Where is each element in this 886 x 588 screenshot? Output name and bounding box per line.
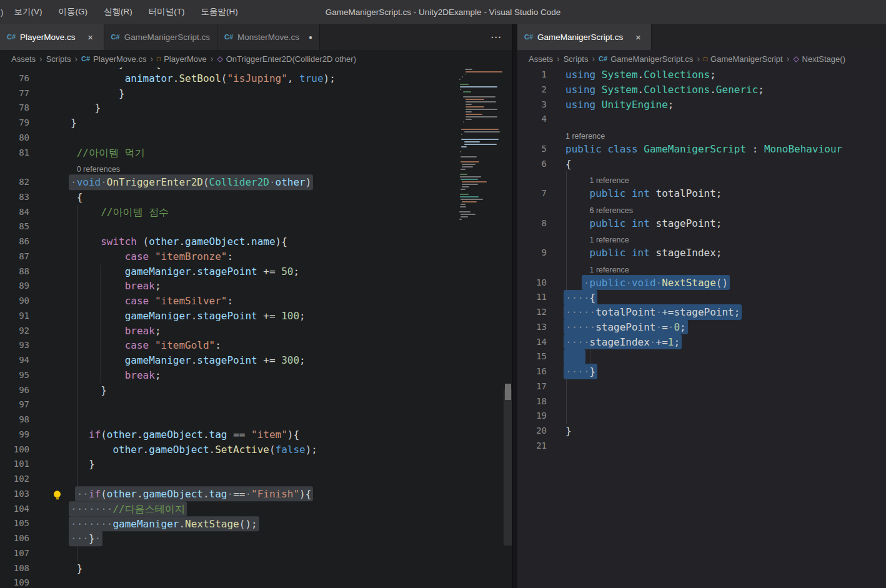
- code-line-95[interactable]: 95 break;: [0, 368, 459, 383]
- code-token[interactable]: +=: [257, 266, 282, 277]
- code-token[interactable]: ·: [625, 277, 632, 289]
- code-token[interactable]: "Finish": [251, 488, 299, 500]
- code-line-8[interactable]: 8 public int stagePoint;: [517, 216, 886, 231]
- code-token[interactable]: [565, 187, 590, 199]
- code-line-89[interactable]: 89 break;: [0, 279, 459, 294]
- code-line-102[interactable]: 102: [0, 472, 459, 487]
- line-number[interactable]: 88: [0, 264, 29, 279]
- code-token[interactable]: [71, 281, 125, 292]
- code-line-99[interactable]: 99 if(other.gameObject.tag == "item"){: [0, 427, 459, 442]
- line-number[interactable]: 99: [0, 427, 29, 442]
- code-token[interactable]: .: [203, 429, 209, 441]
- breadcrumb-item-playermove-cs[interactable]: C#PlayerMove.cs: [80, 54, 147, 64]
- code-token[interactable]: .: [209, 444, 216, 456]
- code-token[interactable]: "isJuping": [227, 72, 287, 84]
- code-token[interactable]: ();: [239, 518, 257, 530]
- line-number[interactable]: 4: [517, 112, 547, 127]
- code-token[interactable]: ·: [269, 176, 276, 188]
- code-token[interactable]: SetBool: [179, 72, 221, 84]
- code-token[interactable]: .: [203, 488, 209, 500]
- code-token[interactable]: case: [125, 295, 149, 307]
- code-token[interactable]: ·······: [71, 503, 112, 515]
- code-line-11[interactable]: 11····{: [517, 290, 886, 305]
- code-token[interactable]: (: [203, 176, 209, 188]
- code-token[interactable]: NextStage: [185, 518, 239, 530]
- code-token[interactable]: {: [71, 191, 82, 203]
- code-token[interactable]: [650, 187, 656, 199]
- code-token[interactable]: );: [306, 444, 317, 456]
- code-line-77[interactable]: 77 }: [0, 86, 459, 101]
- code-token[interactable]: .: [179, 236, 185, 247]
- code-line-82[interactable]: 82·void·OnTriggerEnter2D(Collider2D·othe…: [0, 175, 459, 190]
- code-token[interactable]: +=: [257, 354, 282, 366]
- line-number[interactable]: 87: [0, 249, 29, 264]
- line-number[interactable]: 12: [517, 305, 547, 320]
- code-token[interactable]: [71, 310, 125, 322]
- line-number[interactable]: 107: [0, 546, 29, 561]
- code-line-88[interactable]: 88 gameManiger.stagePoint += 50;: [0, 264, 459, 279]
- code-token[interactable]: :: [215, 340, 221, 352]
- code-token[interactable]: [71, 206, 101, 218]
- code-token[interactable]: gameManiger: [125, 354, 191, 366]
- code-token[interactable]: ==: [233, 488, 245, 500]
- code-token[interactable]: //아이템 점수: [101, 206, 169, 218]
- line-number[interactable]: 95: [0, 368, 29, 383]
- code-token[interactable]: ·: [227, 488, 234, 500]
- code-token[interactable]: int: [632, 217, 650, 229]
- code-token[interactable]: [565, 351, 584, 362]
- code-token[interactable]: [71, 147, 77, 159]
- code-token[interactable]: 0: [674, 321, 680, 333]
- code-token[interactable]: .: [191, 266, 197, 277]
- line-number[interactable]: 16: [517, 364, 547, 379]
- line-number[interactable]: 90: [0, 294, 29, 309]
- code-token[interactable]: case: [125, 340, 149, 352]
- code-token[interactable]: gameObject: [185, 236, 245, 247]
- code-token[interactable]: Collections: [644, 69, 710, 81]
- code-token[interactable]: Collections: [644, 84, 710, 96]
- tab-playermove-cs[interactable]: C#PlayerMove.cs×: [0, 24, 104, 50]
- code-token[interactable]: [71, 429, 89, 441]
- code-token[interactable]: }: [71, 67, 131, 69]
- code-token[interactable]: ·····: [565, 321, 595, 333]
- code-token[interactable]: 1: [668, 336, 674, 348]
- code-token[interactable]: [625, 247, 632, 259]
- code-token[interactable]: ;: [668, 99, 674, 111]
- code-line-97[interactable]: 97: [0, 398, 459, 413]
- code-token[interactable]: using: [565, 99, 595, 111]
- line-number[interactable]: 1: [517, 67, 547, 82]
- code-token[interactable]: gameManiger: [112, 518, 179, 530]
- line-number[interactable]: 100: [0, 442, 29, 457]
- code-token[interactable]: System: [602, 84, 638, 96]
- code-line-105[interactable]: 105·······gameManiger.NextStage();: [0, 517, 459, 532]
- line-number[interactable]: 10: [517, 276, 547, 291]
- code-token[interactable]: stageIndex: [656, 247, 716, 259]
- line-number[interactable]: 105: [0, 517, 29, 532]
- menu-run[interactable]: 실행(R): [96, 6, 141, 17]
- code-token[interactable]: ;: [155, 281, 161, 292]
- code-line-15[interactable]: 15: [517, 349, 886, 364]
- code-line-83[interactable]: 83 {: [0, 190, 459, 205]
- code-token[interactable]: gameObject: [143, 429, 203, 441]
- code-line-16[interactable]: 16····}: [517, 364, 886, 379]
- code-token[interactable]: :: [746, 143, 764, 155]
- code-line-94[interactable]: 94 gameManiger.stagePoint += 300;: [0, 353, 459, 368]
- code-line-85[interactable]: 85: [0, 220, 459, 235]
- code-token[interactable]: //아이템 먹기: [77, 147, 145, 159]
- code-token[interactable]: );: [324, 72, 336, 84]
- code-token[interactable]: [638, 143, 644, 155]
- line-number[interactable]: 5: [517, 142, 547, 157]
- line-number[interactable]: 98: [0, 412, 29, 427]
- code-line-9[interactable]: 9 public int stageIndex;: [517, 246, 886, 261]
- code-token[interactable]: [71, 72, 125, 84]
- code-line-107[interactable]: 107: [0, 546, 459, 561]
- code-token[interactable]: tag: [209, 488, 227, 500]
- menu-view[interactable]: 보기(V): [6, 6, 51, 17]
- code-token[interactable]: }: [71, 562, 82, 574]
- menu-help[interactable]: 도움말(H): [193, 6, 246, 17]
- code-token[interactable]: ·: [668, 321, 674, 333]
- scrollbar-slider[interactable]: [504, 389, 512, 546]
- code-token[interactable]: stagePoint: [674, 306, 734, 318]
- code-token[interactable]: ·: [584, 277, 590, 289]
- code-line-2[interactable]: 2using System.Collections.Generic;: [517, 82, 886, 97]
- code-token[interactable]: switch: [101, 236, 137, 247]
